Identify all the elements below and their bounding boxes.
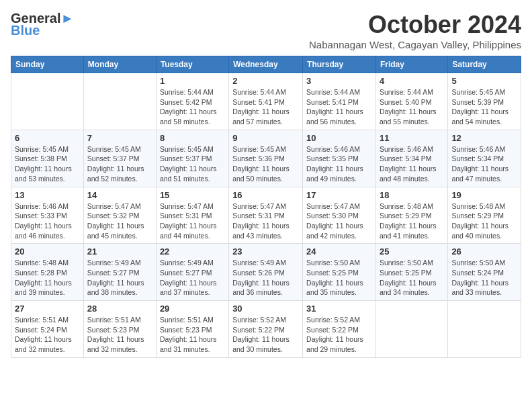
day-cell: 20Sunrise: 5:48 AMSunset: 5:28 PMDayligh…: [11, 244, 84, 301]
day-number: 3: [306, 76, 372, 86]
day-cell: 30Sunrise: 5:52 AMSunset: 5:22 PMDayligh…: [229, 301, 303, 358]
day-number: 8: [160, 133, 225, 143]
day-number: 26: [451, 246, 517, 257]
title-section: October 2024 Nabannagan West, Cagayan Va…: [309, 11, 521, 50]
day-cell: 17Sunrise: 5:47 AMSunset: 5:30 PMDayligh…: [303, 187, 376, 244]
day-cell: 15Sunrise: 5:47 AMSunset: 5:31 PMDayligh…: [156, 187, 228, 244]
day-cell: 14Sunrise: 5:47 AMSunset: 5:32 PMDayligh…: [83, 187, 156, 244]
day-number: 11: [380, 133, 444, 143]
week-row-1: 1Sunrise: 5:44 AMSunset: 5:42 PMDaylight…: [11, 73, 521, 130]
day-cell: 6Sunrise: 5:45 AMSunset: 5:38 PMDaylight…: [11, 130, 84, 187]
day-info: Sunrise: 5:52 AMSunset: 5:22 PMDaylight:…: [306, 315, 372, 355]
day-number: 9: [232, 133, 299, 143]
day-cell: 18Sunrise: 5:48 AMSunset: 5:29 PMDayligh…: [375, 187, 447, 244]
day-cell: 8Sunrise: 5:45 AMSunset: 5:37 PMDaylight…: [156, 130, 228, 187]
day-info: Sunrise: 5:47 AMSunset: 5:31 PMDaylight:…: [160, 201, 225, 241]
day-cell: 1Sunrise: 5:44 AMSunset: 5:42 PMDaylight…: [156, 73, 228, 130]
day-number: 18: [380, 190, 444, 200]
header-sunday: Sunday: [11, 56, 84, 73]
day-number: 16: [232, 190, 299, 200]
day-cell: 24Sunrise: 5:50 AMSunset: 5:25 PMDayligh…: [303, 244, 376, 301]
day-number: 24: [306, 246, 372, 257]
day-number: 25: [380, 246, 444, 257]
day-cell: 29Sunrise: 5:51 AMSunset: 5:23 PMDayligh…: [156, 301, 228, 358]
day-cell: 5Sunrise: 5:45 AMSunset: 5:39 PMDaylight…: [448, 73, 521, 130]
day-number: 17: [306, 190, 372, 200]
calendar-header-row: SundayMondayTuesdayWednesdayThursdayFrid…: [11, 56, 521, 73]
header-saturday: Saturday: [448, 56, 521, 73]
day-info: Sunrise: 5:44 AMSunset: 5:41 PMDaylight:…: [306, 87, 372, 127]
week-row-2: 6Sunrise: 5:45 AMSunset: 5:38 PMDaylight…: [11, 130, 521, 187]
week-row-3: 13Sunrise: 5:46 AMSunset: 5:33 PMDayligh…: [11, 187, 521, 244]
day-number: 30: [232, 304, 299, 314]
day-number: 5: [451, 76, 517, 86]
day-number: 21: [87, 246, 152, 257]
day-number: 6: [15, 133, 80, 143]
day-info: Sunrise: 5:44 AMSunset: 5:41 PMDaylight:…: [232, 87, 299, 127]
day-cell: 2Sunrise: 5:44 AMSunset: 5:41 PMDaylight…: [229, 73, 303, 130]
day-info: Sunrise: 5:47 AMSunset: 5:30 PMDaylight:…: [306, 201, 372, 241]
day-info: Sunrise: 5:49 AMSunset: 5:27 PMDaylight:…: [87, 258, 152, 298]
header-friday: Friday: [375, 56, 447, 73]
day-info: Sunrise: 5:45 AMSunset: 5:36 PMDaylight:…: [232, 144, 299, 184]
day-number: 29: [160, 304, 225, 314]
day-number: 31: [306, 304, 372, 314]
day-number: 19: [451, 190, 517, 200]
day-info: Sunrise: 5:47 AMSunset: 5:31 PMDaylight:…: [232, 201, 299, 241]
day-info: Sunrise: 5:48 AMSunset: 5:29 PMDaylight:…: [380, 201, 444, 241]
day-cell: 13Sunrise: 5:46 AMSunset: 5:33 PMDayligh…: [11, 187, 84, 244]
day-cell: [375, 301, 447, 358]
day-info: Sunrise: 5:44 AMSunset: 5:40 PMDaylight:…: [380, 87, 444, 127]
logo: General► Blue: [11, 11, 74, 38]
week-row-5: 27Sunrise: 5:51 AMSunset: 5:24 PMDayligh…: [11, 301, 521, 358]
day-info: Sunrise: 5:46 AMSunset: 5:34 PMDaylight:…: [380, 144, 444, 184]
day-cell: 19Sunrise: 5:48 AMSunset: 5:29 PMDayligh…: [448, 187, 521, 244]
day-info: Sunrise: 5:48 AMSunset: 5:29 PMDaylight:…: [451, 201, 517, 241]
header-wednesday: Wednesday: [229, 56, 303, 73]
day-number: 14: [87, 190, 152, 200]
day-number: 1: [160, 76, 225, 86]
day-cell: 22Sunrise: 5:49 AMSunset: 5:27 PMDayligh…: [156, 244, 228, 301]
day-info: Sunrise: 5:45 AMSunset: 5:37 PMDaylight:…: [160, 144, 225, 184]
day-info: Sunrise: 5:49 AMSunset: 5:27 PMDaylight:…: [160, 258, 225, 298]
day-info: Sunrise: 5:50 AMSunset: 5:24 PMDaylight:…: [451, 258, 517, 298]
day-cell: 31Sunrise: 5:52 AMSunset: 5:22 PMDayligh…: [303, 301, 376, 358]
day-number: 20: [15, 246, 80, 257]
day-info: Sunrise: 5:49 AMSunset: 5:26 PMDaylight:…: [232, 258, 299, 298]
day-number: 23: [232, 246, 299, 257]
calendar-table: SundayMondayTuesdayWednesdayThursdayFrid…: [11, 56, 521, 358]
day-info: Sunrise: 5:51 AMSunset: 5:23 PMDaylight:…: [160, 315, 225, 355]
day-info: Sunrise: 5:44 AMSunset: 5:42 PMDaylight:…: [160, 87, 225, 127]
day-number: 7: [87, 133, 152, 143]
day-cell: 4Sunrise: 5:44 AMSunset: 5:40 PMDaylight…: [375, 73, 447, 130]
day-number: 4: [380, 76, 444, 86]
day-info: Sunrise: 5:45 AMSunset: 5:39 PMDaylight:…: [451, 87, 517, 127]
day-cell: 12Sunrise: 5:46 AMSunset: 5:34 PMDayligh…: [448, 130, 521, 187]
day-info: Sunrise: 5:45 AMSunset: 5:38 PMDaylight:…: [15, 144, 80, 184]
day-cell: 16Sunrise: 5:47 AMSunset: 5:31 PMDayligh…: [229, 187, 303, 244]
day-number: 28: [87, 304, 152, 314]
day-number: 15: [160, 190, 225, 200]
day-cell: 28Sunrise: 5:51 AMSunset: 5:23 PMDayligh…: [83, 301, 156, 358]
header-tuesday: Tuesday: [156, 56, 228, 73]
day-cell: 25Sunrise: 5:50 AMSunset: 5:25 PMDayligh…: [375, 244, 447, 301]
header-monday: Monday: [83, 56, 156, 73]
day-info: Sunrise: 5:46 AMSunset: 5:33 PMDaylight:…: [15, 201, 80, 241]
day-cell: [11, 73, 84, 130]
day-info: Sunrise: 5:48 AMSunset: 5:28 PMDaylight:…: [15, 258, 80, 298]
day-cell: 26Sunrise: 5:50 AMSunset: 5:24 PMDayligh…: [448, 244, 521, 301]
day-info: Sunrise: 5:52 AMSunset: 5:22 PMDaylight:…: [232, 315, 299, 355]
day-cell: 27Sunrise: 5:51 AMSunset: 5:24 PMDayligh…: [11, 301, 84, 358]
day-info: Sunrise: 5:45 AMSunset: 5:37 PMDaylight:…: [87, 144, 152, 184]
day-info: Sunrise: 5:50 AMSunset: 5:25 PMDaylight:…: [380, 258, 444, 298]
day-number: 2: [232, 76, 299, 86]
day-info: Sunrise: 5:47 AMSunset: 5:32 PMDaylight:…: [87, 201, 152, 241]
month-title: October 2024: [309, 11, 521, 39]
logo-blue: Blue: [11, 23, 40, 38]
day-cell: 3Sunrise: 5:44 AMSunset: 5:41 PMDaylight…: [303, 73, 376, 130]
day-number: 27: [15, 304, 80, 314]
day-number: 10: [306, 133, 372, 143]
day-info: Sunrise: 5:51 AMSunset: 5:24 PMDaylight:…: [15, 315, 80, 355]
location-title: Nabannagan West, Cagayan Valley, Philipp…: [309, 39, 521, 50]
day-cell: 23Sunrise: 5:49 AMSunset: 5:26 PMDayligh…: [229, 244, 303, 301]
